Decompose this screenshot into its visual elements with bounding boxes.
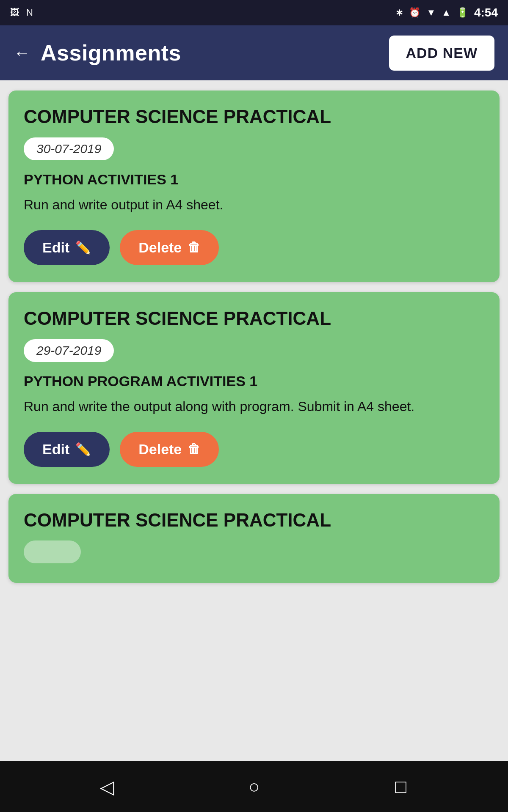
back-button[interactable]: ← xyxy=(14,44,30,61)
image-icon: 🖼 xyxy=(10,7,19,18)
status-bar-left: 🖼 N xyxy=(10,7,33,18)
alarm-icon: ⏰ xyxy=(409,7,420,18)
delete-button-1[interactable]: Delete 🗑 xyxy=(120,230,219,265)
delete-button-2[interactable]: Delete 🗑 xyxy=(120,432,219,467)
assignment-card-3: COMPUTER SCIENCE PRACTICAL xyxy=(8,494,500,583)
date-badge-1: 30-07-2019 xyxy=(24,137,114,160)
status-bar: 🖼 N ∗ ⏰ ▼ ▲ 🔋 4:54 xyxy=(0,0,508,25)
assignment-desc-2: Run and write the output along with prog… xyxy=(24,396,484,417)
edit-button-1[interactable]: Edit ✏️ xyxy=(24,230,110,265)
notification-icon: N xyxy=(26,7,33,18)
assignment-subtitle-1: PYTHON ACTIVITIES 1 xyxy=(24,171,484,188)
assignment-card-2: COMPUTER SCIENCE PRACTICAL 29-07-2019 PY… xyxy=(8,292,500,484)
page-title: Assignments xyxy=(41,40,181,66)
home-nav-icon[interactable]: ○ xyxy=(237,770,271,804)
status-time: 4:54 xyxy=(474,6,498,19)
assignment-desc-1: Run and write output in A4 sheet. xyxy=(24,195,484,215)
delete-label-2: Delete xyxy=(138,441,182,458)
main-content: COMPUTER SCIENCE PRACTICAL 30-07-2019 PY… xyxy=(0,80,508,761)
date-badge-3 xyxy=(24,540,81,563)
toolbar: ← Assignments ADD NEW xyxy=(0,25,508,80)
toolbar-left: ← Assignments xyxy=(14,40,181,66)
battery-icon: 🔋 xyxy=(457,7,468,18)
assignment-card-1: COMPUTER SCIENCE PRACTICAL 30-07-2019 PY… xyxy=(8,91,500,282)
edit-icon-1: ✏️ xyxy=(75,240,91,255)
card-actions-1: Edit ✏️ Delete 🗑 xyxy=(24,230,484,265)
edit-button-2[interactable]: Edit ✏️ xyxy=(24,432,110,467)
assignment-subtitle-2: PYTHON PROGRAM ACTIVITIES 1 xyxy=(24,373,484,390)
back-nav-icon[interactable]: ◁ xyxy=(90,770,124,804)
signal-icon: ▲ xyxy=(442,7,451,18)
recent-nav-icon[interactable]: □ xyxy=(384,770,418,804)
assignment-title-3: COMPUTER SCIENCE PRACTICAL xyxy=(24,509,484,532)
delete-label-1: Delete xyxy=(138,239,182,256)
edit-icon-2: ✏️ xyxy=(75,442,91,457)
status-bar-right: ∗ ⏰ ▼ ▲ 🔋 4:54 xyxy=(395,6,498,19)
assignment-title-1: COMPUTER SCIENCE PRACTICAL xyxy=(24,106,484,128)
bottom-nav: ◁ ○ □ xyxy=(0,761,508,812)
add-new-button[interactable]: ADD NEW xyxy=(389,36,494,71)
trash-icon-1: 🗑 xyxy=(188,240,200,255)
card-actions-2: Edit ✏️ Delete 🗑 xyxy=(24,432,484,467)
bluetooth-icon: ∗ xyxy=(395,7,403,18)
assignment-title-2: COMPUTER SCIENCE PRACTICAL xyxy=(24,307,484,330)
edit-label-1: Edit xyxy=(42,239,69,256)
date-badge-2: 29-07-2019 xyxy=(24,339,114,362)
wifi-icon: ▼ xyxy=(426,7,436,18)
edit-label-2: Edit xyxy=(42,441,69,458)
trash-icon-2: 🗑 xyxy=(188,442,200,456)
